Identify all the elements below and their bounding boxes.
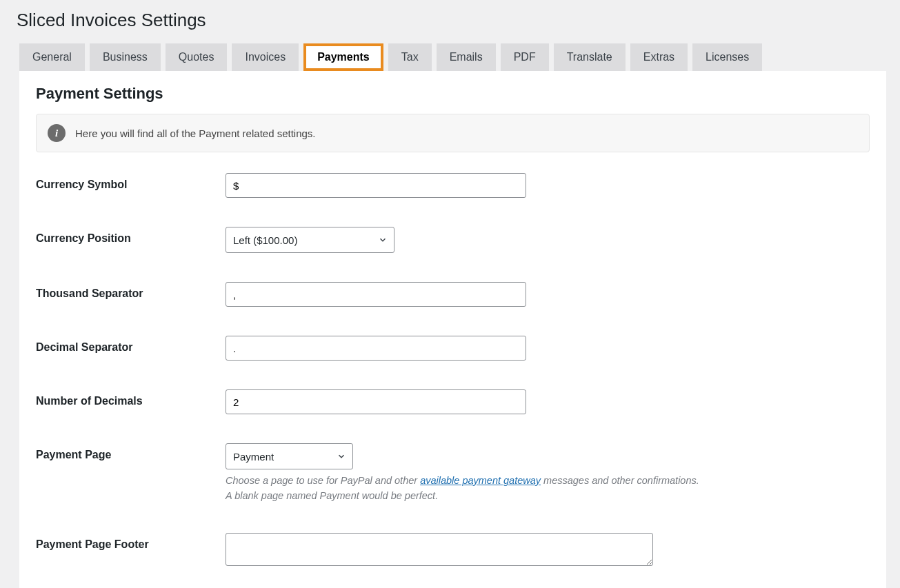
decimal-separator-label: Decimal Separator [36, 336, 226, 354]
tab-quotes[interactable]: Quotes [166, 43, 228, 71]
currency-symbol-label: Currency Symbol [36, 173, 226, 191]
payment-page-help: Choose a page to use for PayPal and othe… [226, 474, 870, 504]
tab-licenses[interactable]: Licenses [692, 43, 762, 71]
tab-translate[interactable]: Translate [554, 43, 626, 71]
available-payment-gateway-link[interactable]: available payment gateway [420, 475, 541, 486]
payment-page-footer-input[interactable] [226, 533, 653, 566]
tab-extras[interactable]: Extras [630, 43, 688, 71]
info-banner: i Here you will find all of the Payment … [36, 114, 870, 152]
tab-tax[interactable]: Tax [388, 43, 432, 71]
currency-position-value: Left ($100.00) [233, 234, 297, 246]
payment-page-label: Payment Page [36, 443, 226, 461]
tab-payments[interactable]: Payments [303, 43, 383, 71]
info-banner-text: Here you will find all of the Payment re… [75, 128, 316, 139]
decimal-separator-input[interactable] [226, 336, 526, 361]
thousand-separator-input[interactable] [226, 282, 526, 307]
number-of-decimals-label: Number of Decimals [36, 389, 226, 407]
tab-invoices[interactable]: Invoices [232, 43, 299, 71]
tabs-nav: General Business Quotes Invoices Payment… [19, 43, 886, 71]
section-title: Payment Settings [36, 85, 870, 103]
number-of-decimals-input[interactable] [226, 389, 526, 414]
currency-position-label: Currency Position [36, 227, 226, 245]
info-icon: i [48, 124, 66, 142]
payment-page-select[interactable]: Payment [226, 443, 353, 469]
payment-page-value: Payment [233, 451, 274, 463]
tab-business[interactable]: Business [90, 43, 161, 71]
tab-pdf[interactable]: PDF [501, 43, 549, 71]
tab-emails[interactable]: Emails [437, 43, 496, 71]
page-title: Sliced Invoices Settings [14, 0, 886, 43]
currency-symbol-input[interactable] [226, 173, 526, 198]
currency-position-select[interactable]: Left ($100.00) [226, 227, 394, 253]
content-panel: Payment Settings i Here you will find al… [19, 71, 886, 588]
tab-general[interactable]: General [19, 43, 85, 71]
thousand-separator-label: Thousand Separator [36, 282, 226, 300]
payment-page-footer-label: Payment Page Footer [36, 533, 226, 551]
